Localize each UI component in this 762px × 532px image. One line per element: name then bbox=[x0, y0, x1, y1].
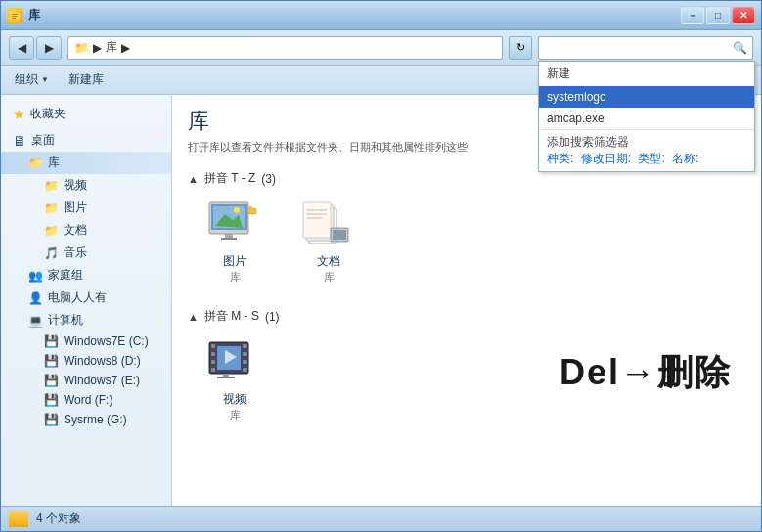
folder-icon-pictures: 📁 bbox=[44, 201, 59, 215]
svg-rect-26 bbox=[243, 344, 247, 348]
library-item-video[interactable]: 视频 库 bbox=[196, 334, 274, 426]
sidebar-item-people[interactable]: 👤 电脑人人有 bbox=[1, 287, 171, 309]
title-bar: 库 － □ ✕ bbox=[1, 1, 761, 30]
close-button[interactable]: ✕ bbox=[732, 7, 755, 24]
sidebar-item-drive-e[interactable]: 💾 Windows7 (E:) bbox=[1, 371, 171, 390]
minimize-button[interactable]: － bbox=[681, 7, 704, 24]
filter-type[interactable]: 类型: bbox=[638, 152, 664, 165]
drive-icon-d: 💾 bbox=[44, 354, 59, 368]
window-title: 库 bbox=[28, 7, 40, 23]
status-folder-icon bbox=[9, 511, 28, 527]
sidebar-item-docs-lib[interactable]: 📁 文档 bbox=[1, 219, 171, 242]
svg-rect-20 bbox=[333, 230, 346, 240]
forward-button[interactable]: ▶ bbox=[36, 36, 62, 60]
sidebar-label-drive-f: Word (F:) bbox=[64, 393, 112, 407]
dropdown-filter: 添加搜索筛选器 种类: 修改日期: 类型: 名称: bbox=[539, 129, 754, 171]
sidebar-item-drive-f[interactable]: 💾 Word (F:) bbox=[1, 390, 171, 410]
svg-rect-25 bbox=[211, 368, 215, 372]
sidebar-label-music: 音乐 bbox=[64, 244, 87, 261]
svg-rect-12 bbox=[248, 206, 252, 208]
new-library-label: 新建库 bbox=[68, 71, 104, 88]
main-window: 库 － □ ✕ ◀ ▶ 📁 ▶ 库 ▶ ↻ 🔍 新建 systemlogo bbox=[0, 0, 762, 532]
path-label: 库 bbox=[106, 39, 117, 56]
sidebar-label-favorites: 收藏夹 bbox=[30, 106, 66, 122]
sidebar-label-drive-e: Windows7 (E:) bbox=[64, 374, 140, 387]
filter-date[interactable]: 修改日期: bbox=[581, 152, 631, 165]
drive-icon-f: 💾 bbox=[44, 393, 59, 407]
sidebar-item-computer[interactable]: 💻 计算机 bbox=[1, 309, 171, 332]
section-label-tz: 拼音 T - Z bbox=[204, 170, 255, 187]
sidebar-label-homegroup: 家庭组 bbox=[48, 267, 83, 284]
nav-buttons: ◀ ▶ bbox=[9, 36, 62, 60]
folder-icon-docs: 📁 bbox=[44, 224, 59, 238]
back-button[interactable]: ◀ bbox=[9, 36, 34, 60]
organize-label: 组织 bbox=[15, 71, 38, 88]
dropdown-item-systemlogo[interactable]: systemlogo bbox=[539, 86, 754, 108]
refresh-button[interactable]: ↻ bbox=[509, 36, 532, 60]
svg-rect-28 bbox=[243, 360, 247, 364]
library-item-pictures[interactable]: 图片 库 bbox=[196, 197, 274, 288]
dropdown-item-amcap[interactable]: amcap.exe bbox=[539, 108, 754, 129]
dropdown-header: 新建 bbox=[539, 62, 754, 86]
sidebar-item-library[interactable]: 📁 库 bbox=[1, 152, 171, 174]
window-controls: － □ ✕ bbox=[681, 7, 755, 24]
monitor-icon: 🖥 bbox=[13, 133, 26, 149]
svg-rect-1 bbox=[12, 14, 18, 15]
people-icon: 👤 bbox=[28, 291, 43, 305]
organize-arrow: ▼ bbox=[41, 75, 49, 84]
sidebar-item-drive-c[interactable]: 💾 Windows7E (C:) bbox=[1, 332, 171, 351]
svg-rect-10 bbox=[221, 238, 237, 240]
svg-rect-11 bbox=[248, 208, 256, 214]
homegroup-icon: 👥 bbox=[28, 269, 43, 283]
address-path[interactable]: 📁 ▶ 库 ▶ bbox=[67, 36, 503, 60]
svg-rect-24 bbox=[211, 360, 215, 364]
sidebar-label-docs: 文档 bbox=[64, 222, 87, 239]
video-sublabel: 库 bbox=[230, 408, 241, 422]
svg-rect-22 bbox=[211, 344, 215, 348]
new-library-button[interactable]: 新建库 bbox=[63, 69, 110, 91]
search-input[interactable] bbox=[543, 41, 731, 55]
sidebar-label-video: 视频 bbox=[64, 177, 87, 194]
section-label-ms: 拼音 M - S bbox=[204, 308, 259, 325]
sidebar-item-homegroup[interactable]: 👥 家庭组 bbox=[1, 264, 171, 287]
drive-icon-e: 💾 bbox=[44, 374, 59, 387]
section-header-ms: ▲ 拼音 M - S (1) bbox=[188, 308, 745, 325]
svg-rect-32 bbox=[223, 374, 229, 377]
sidebar-item-drive-d[interactable]: 💾 Windows8 (D:) bbox=[1, 351, 171, 371]
filter-name[interactable]: 名称: bbox=[672, 152, 698, 165]
pictures-label: 图片 bbox=[223, 253, 247, 270]
sidebar-item-video-lib[interactable]: 📁 视频 bbox=[1, 174, 171, 197]
svg-rect-33 bbox=[217, 377, 235, 378]
svg-rect-27 bbox=[243, 352, 247, 356]
svg-rect-15 bbox=[303, 202, 331, 238]
sidebar-item-pictures-lib[interactable]: 📁 图片 bbox=[1, 197, 171, 219]
pictures-icon bbox=[205, 200, 264, 249]
filter-kind[interactable]: 种类: bbox=[547, 152, 573, 165]
sidebar-label-desktop: 桌面 bbox=[31, 132, 55, 149]
sidebar-item-desktop[interactable]: 🖥 桌面 bbox=[1, 129, 171, 152]
maximize-button[interactable]: □ bbox=[706, 7, 730, 24]
sidebar-label-pictures: 图片 bbox=[64, 200, 87, 216]
sidebar-item-favorites[interactable]: ★ 收藏夹 bbox=[1, 103, 171, 125]
status-count: 4 个对象 bbox=[36, 510, 81, 527]
folder-icon-video: 📁 bbox=[44, 179, 59, 193]
section-header-tz: ▲ 拼音 T - Z (3) bbox=[188, 170, 745, 187]
svg-point-8 bbox=[234, 207, 240, 213]
sidebar-item-drive-g[interactable]: 💾 Sysrme (G:) bbox=[1, 410, 171, 429]
sidebar-item-music-lib[interactable]: 🎵 音乐 bbox=[1, 242, 171, 264]
status-bar: 4 个对象 bbox=[1, 506, 761, 531]
sidebar-label-library: 库 bbox=[48, 155, 60, 171]
star-icon: ★ bbox=[13, 107, 25, 122]
documents-sublabel: 库 bbox=[324, 270, 335, 285]
pictures-sublabel: 库 bbox=[230, 270, 241, 285]
computer-icon: 💻 bbox=[28, 314, 43, 328]
drive-icon-c: 💾 bbox=[44, 334, 59, 348]
search-icon[interactable]: 🔍 bbox=[731, 39, 748, 57]
library-item-documents[interactable]: 文档 库 bbox=[290, 197, 368, 288]
documents-icon bbox=[299, 200, 358, 249]
path-arrow: ▶ bbox=[93, 41, 102, 55]
organize-button[interactable]: 组织 ▼ bbox=[9, 69, 55, 91]
svg-rect-23 bbox=[211, 352, 215, 356]
svg-rect-3 bbox=[12, 18, 16, 19]
search-container: 🔍 新建 systemlogo amcap.exe 添加搜索筛选器 种类: 修改… bbox=[538, 36, 753, 60]
